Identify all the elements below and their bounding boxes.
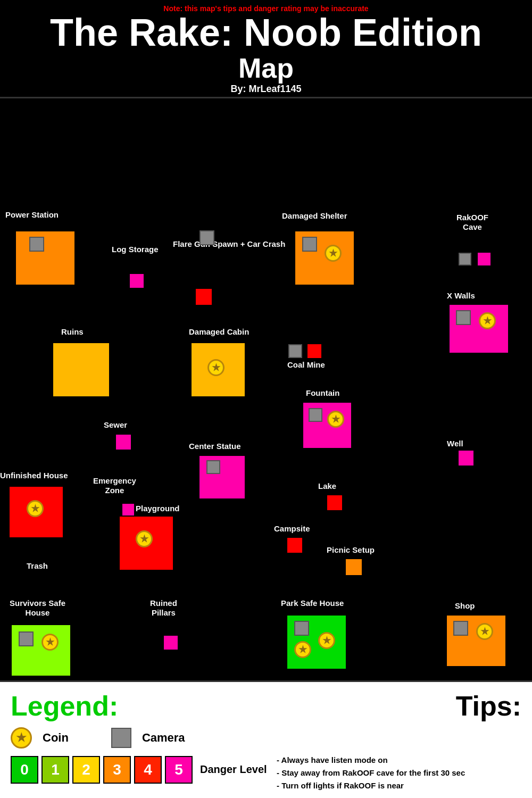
map-area: Power Station Log Storage Flare Gun Spaw… [0,97,532,682]
tips-list: - Always have listen mode on - Stay away… [277,754,521,792]
rakoof-cave-cam [459,253,471,265]
x-walls-label: X Walls [447,291,475,301]
ruins-tile [53,343,109,396]
park-safe-house-coin1: ★ [294,641,311,658]
well-tile [459,451,473,466]
danger-4: 4 [134,756,162,784]
campsite-tile [287,538,302,553]
survivors-safe-house-cam [19,631,34,646]
log-storage-tile [130,274,144,288]
danger-row: 0 1 2 3 4 5 Danger Level [11,756,277,784]
rakoof-cave-label: RakOOFCave [456,213,488,232]
shop-label: Shop [455,601,475,611]
well-label: Well [447,439,463,448]
legend-items: ★ Coin Camera [11,727,277,749]
park-safe-house-cam [294,621,309,636]
damaged-shelter-cam [302,237,317,252]
legend-cam-label: Camera [142,731,185,745]
rakoof-cave-tile [478,253,491,265]
x-walls-cam [456,310,471,325]
fountain-label: Fountain [306,388,339,398]
campsite-label: Campsite [274,524,310,534]
damaged-cabin-label: Damaged Cabin [189,327,249,337]
picnic-setup-tile [346,559,362,575]
danger-label: Danger Level [200,763,267,776]
sewer-tile [116,435,131,450]
unfinished-house-coin: ★ [27,500,44,517]
ruined-pillars-label: RuinedPillars [150,598,177,618]
danger-0: 0 [11,756,38,784]
center-statue-label: Center Statue [189,442,241,451]
ruined-pillars-tile [164,636,178,650]
ruins-label: Ruins [61,327,84,337]
legend-area: Legend: ★ Coin Camera 0 1 2 3 4 5 Danger… [0,682,532,798]
danger-5: 5 [165,756,193,784]
title-sub: Map [5,53,527,84]
shop-coin: ★ [476,623,493,640]
survivors-safe-house-label: Survivors SafeHouse [10,598,65,618]
legend-coin-label: Coin [43,731,69,745]
x-walls-coin: ★ [479,312,496,329]
center-statue-cam [206,460,220,474]
picnic-setup-label: Picnic Setup [327,545,375,555]
coal-mine-cam [288,344,302,358]
unfinished-house-label: Unfinished House [0,471,68,480]
fountain-cam [309,408,322,422]
damaged-cabin-coin: ★ [207,359,225,376]
power-station-label: Power Station [5,210,59,220]
lake-tile [327,495,342,510]
danger-1: 1 [41,756,69,784]
damaged-shelter-label: Damaged Shelter [282,211,347,221]
log-storage-label: Log Storage [112,245,159,254]
author-text: By: MrLeaf1145 [5,84,527,95]
legend-title: Legend: [11,690,277,722]
shop-cam [453,621,468,636]
tip-2: - Stay away from RakOOF cave for the fir… [277,767,521,779]
legend-left: Legend: ★ Coin Camera 0 1 2 3 4 5 Danger… [11,690,277,792]
trash-label: Trash [27,561,48,571]
flare-gun-cam [200,230,214,245]
playground-coin: ★ [136,530,153,547]
park-safe-house-coin2: ★ [318,632,335,649]
flare-gun-tile [196,289,212,305]
coal-mine-tile [307,344,321,358]
power-station-cam [29,237,44,252]
fountain-coin: ★ [327,411,344,428]
tip-1: - Always have listen mode on [277,754,521,767]
tip-3: - Turn off lights if RakOOF is near [277,779,521,792]
playground-label: Playground [136,504,180,513]
tips-title: Tips: [277,690,521,722]
emergency-zone-tile [122,504,134,516]
coal-mine-label: Coal Mine [287,360,325,370]
page-header: Note: this map's tips and danger rating … [0,0,532,97]
survivors-safe-house-coin: ★ [41,634,59,651]
damaged-shelter-coin: ★ [325,245,342,262]
park-safe-house-label: Park Safe House [281,598,344,608]
emergency-zone-label: EmergencyZone [93,476,136,495]
legend-coin-icon: ★ [11,727,32,749]
legend-cam-icon [111,728,131,748]
sewer-label: Sewer [104,420,127,430]
power-station-tile [16,231,74,285]
title-main: The Rake: Noob Edition [5,13,527,53]
legend-right: Tips: - Always have listen mode on - Sta… [277,690,521,792]
flare-gun-label: Flare Gun Spawn + Car Crash [173,239,285,249]
danger-3: 3 [103,756,131,784]
danger-2: 2 [72,756,100,784]
lake-label: Lake [318,481,336,491]
